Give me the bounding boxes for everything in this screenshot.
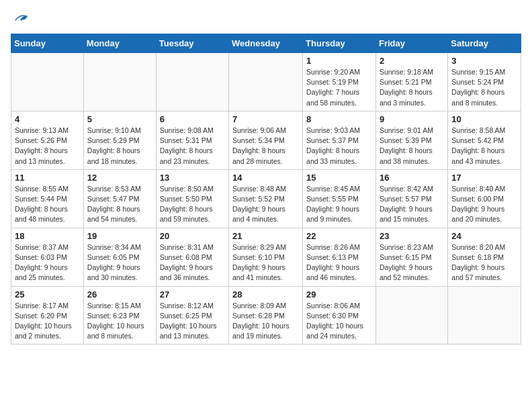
- calendar-cell: [229, 53, 303, 111]
- cell-info-text: Sunrise: 9:01 AM Sunset: 5:39 PM Dayligh…: [380, 126, 444, 167]
- cell-info-text: Sunrise: 9:13 AM Sunset: 5:26 PM Dayligh…: [15, 126, 80, 167]
- cell-date-number: 7: [232, 114, 299, 124]
- calendar-cell: 28Sunrise: 8:09 AM Sunset: 6:28 PM Dayli…: [229, 286, 303, 345]
- cell-info-text: Sunrise: 8:06 AM Sunset: 6:30 PM Dayligh…: [306, 301, 372, 342]
- calendar-cell: 15Sunrise: 8:45 AM Sunset: 5:55 PM Dayli…: [303, 169, 376, 228]
- calendar-cell: 2Sunrise: 9:18 AM Sunset: 5:21 PM Daylig…: [375, 53, 447, 111]
- calendar-cell: 1Sunrise: 9:20 AM Sunset: 5:19 PM Daylig…: [303, 53, 376, 111]
- cell-date-number: 15: [306, 173, 372, 183]
- page-header: [11, 11, 521, 27]
- cell-date-number: 23: [380, 231, 444, 241]
- day-header-wednesday: Wednesday: [229, 34, 303, 53]
- calendar-cell: 7Sunrise: 9:06 AM Sunset: 5:34 PM Daylig…: [229, 111, 303, 169]
- calendar-cell: 5Sunrise: 9:10 AM Sunset: 5:29 PM Daylig…: [83, 111, 156, 169]
- calendar-cell: 12Sunrise: 8:53 AM Sunset: 5:47 PM Dayli…: [83, 169, 156, 228]
- calendar-cell: 18Sunrise: 8:37 AM Sunset: 6:03 PM Dayli…: [11, 228, 84, 286]
- cell-date-number: 18: [15, 231, 80, 241]
- calendar-week-5: 25Sunrise: 8:17 AM Sunset: 6:20 PM Dayli…: [11, 286, 521, 345]
- calendar-cell: 22Sunrise: 8:26 AM Sunset: 6:13 PM Dayli…: [303, 228, 376, 286]
- cell-info-text: Sunrise: 8:53 AM Sunset: 5:47 PM Dayligh…: [87, 184, 152, 225]
- cell-date-number: 25: [15, 289, 80, 300]
- cell-info-text: Sunrise: 8:40 AM Sunset: 6:00 PM Dayligh…: [451, 184, 517, 225]
- calendar-body: 1Sunrise: 9:20 AM Sunset: 5:19 PM Daylig…: [11, 53, 521, 345]
- cell-date-number: 1: [306, 56, 372, 66]
- calendar-cell: [156, 53, 228, 111]
- cell-info-text: Sunrise: 8:58 AM Sunset: 5:42 PM Dayligh…: [451, 126, 517, 167]
- cell-info-text: Sunrise: 8:37 AM Sunset: 6:03 PM Dayligh…: [15, 242, 80, 283]
- calendar-cell: 20Sunrise: 8:31 AM Sunset: 6:08 PM Dayli…: [156, 228, 228, 286]
- calendar-cell: [375, 286, 447, 345]
- cell-date-number: 21: [232, 231, 299, 241]
- cell-date-number: 6: [160, 114, 225, 124]
- cell-info-text: Sunrise: 9:06 AM Sunset: 5:34 PM Dayligh…: [232, 126, 299, 167]
- cell-date-number: 24: [451, 231, 517, 241]
- calendar-header: SundayMondayTuesdayWednesdayThursdayFrid…: [11, 34, 521, 53]
- calendar-cell: 21Sunrise: 8:29 AM Sunset: 6:10 PM Dayli…: [229, 228, 303, 286]
- cell-date-number: 9: [380, 114, 444, 124]
- cell-info-text: Sunrise: 8:42 AM Sunset: 5:57 PM Dayligh…: [380, 184, 444, 225]
- cell-info-text: Sunrise: 8:29 AM Sunset: 6:10 PM Dayligh…: [232, 242, 299, 283]
- calendar-cell: 29Sunrise: 8:06 AM Sunset: 6:30 PM Dayli…: [303, 286, 376, 345]
- calendar-cell: [83, 53, 156, 111]
- calendar-cell: 13Sunrise: 8:50 AM Sunset: 5:50 PM Dayli…: [156, 169, 228, 228]
- cell-info-text: Sunrise: 8:15 AM Sunset: 6:23 PM Dayligh…: [87, 301, 152, 342]
- calendar-cell: 24Sunrise: 8:20 AM Sunset: 6:18 PM Dayli…: [448, 228, 521, 286]
- cell-date-number: 20: [160, 231, 225, 241]
- cell-info-text: Sunrise: 9:10 AM Sunset: 5:29 PM Dayligh…: [87, 126, 152, 167]
- calendar-cell: 17Sunrise: 8:40 AM Sunset: 6:00 PM Dayli…: [448, 169, 521, 228]
- calendar-cell: 11Sunrise: 8:55 AM Sunset: 5:44 PM Dayli…: [11, 169, 84, 228]
- cell-date-number: 3: [451, 56, 517, 66]
- cell-info-text: Sunrise: 8:09 AM Sunset: 6:28 PM Dayligh…: [232, 301, 299, 342]
- calendar-cell: 23Sunrise: 8:23 AM Sunset: 6:15 PM Dayli…: [375, 228, 447, 286]
- calendar-cell: [448, 286, 521, 345]
- cell-date-number: 13: [160, 173, 225, 183]
- cell-info-text: Sunrise: 8:31 AM Sunset: 6:08 PM Dayligh…: [160, 242, 225, 283]
- calendar-cell: 9Sunrise: 9:01 AM Sunset: 5:39 PM Daylig…: [375, 111, 447, 169]
- cell-date-number: 14: [232, 173, 299, 183]
- day-header-thursday: Thursday: [303, 34, 376, 53]
- logo: [11, 11, 28, 27]
- calendar-cell: 6Sunrise: 9:08 AM Sunset: 5:31 PM Daylig…: [156, 111, 228, 169]
- cell-info-text: Sunrise: 8:23 AM Sunset: 6:15 PM Dayligh…: [380, 242, 444, 283]
- day-header-tuesday: Tuesday: [156, 34, 228, 53]
- cell-date-number: 11: [15, 173, 80, 183]
- cell-info-text: Sunrise: 8:34 AM Sunset: 6:05 PM Dayligh…: [87, 242, 152, 283]
- calendar-cell: 4Sunrise: 9:13 AM Sunset: 5:26 PM Daylig…: [11, 111, 84, 169]
- calendar-cell: 27Sunrise: 8:12 AM Sunset: 6:25 PM Dayli…: [156, 286, 228, 345]
- calendar-week-1: 1Sunrise: 9:20 AM Sunset: 5:19 PM Daylig…: [11, 53, 521, 111]
- calendar-cell: 8Sunrise: 9:03 AM Sunset: 5:37 PM Daylig…: [303, 111, 376, 169]
- cell-info-text: Sunrise: 8:55 AM Sunset: 5:44 PM Dayligh…: [15, 184, 80, 225]
- cell-date-number: 19: [87, 231, 152, 241]
- cell-info-text: Sunrise: 9:15 AM Sunset: 5:24 PM Dayligh…: [451, 67, 517, 108]
- cell-info-text: Sunrise: 8:50 AM Sunset: 5:50 PM Dayligh…: [160, 184, 225, 225]
- cell-info-text: Sunrise: 8:12 AM Sunset: 6:25 PM Dayligh…: [160, 301, 225, 342]
- calendar-cell: [11, 53, 84, 111]
- day-header-friday: Friday: [375, 34, 447, 53]
- calendar-cell: 16Sunrise: 8:42 AM Sunset: 5:57 PM Dayli…: [375, 169, 447, 228]
- cell-info-text: Sunrise: 9:18 AM Sunset: 5:21 PM Dayligh…: [380, 67, 444, 108]
- calendar-week-2: 4Sunrise: 9:13 AM Sunset: 5:26 PM Daylig…: [11, 111, 521, 169]
- cell-info-text: Sunrise: 8:20 AM Sunset: 6:18 PM Dayligh…: [451, 242, 517, 283]
- cell-date-number: 8: [306, 114, 372, 124]
- cell-date-number: 10: [451, 114, 517, 124]
- calendar-cell: 10Sunrise: 8:58 AM Sunset: 5:42 PM Dayli…: [448, 111, 521, 169]
- calendar-cell: 3Sunrise: 9:15 AM Sunset: 5:24 PM Daylig…: [448, 53, 521, 111]
- calendar-week-3: 11Sunrise: 8:55 AM Sunset: 5:44 PM Dayli…: [11, 169, 521, 228]
- cell-info-text: Sunrise: 8:26 AM Sunset: 6:13 PM Dayligh…: [306, 242, 372, 283]
- cell-date-number: 17: [451, 173, 517, 183]
- cell-info-text: Sunrise: 8:17 AM Sunset: 6:20 PM Dayligh…: [15, 301, 80, 342]
- calendar-cell: 14Sunrise: 8:48 AM Sunset: 5:52 PM Dayli…: [229, 169, 303, 228]
- calendar-cell: 25Sunrise: 8:17 AM Sunset: 6:20 PM Dayli…: [11, 286, 84, 345]
- day-header-saturday: Saturday: [448, 34, 521, 53]
- calendar-cell: 19Sunrise: 8:34 AM Sunset: 6:05 PM Dayli…: [83, 228, 156, 286]
- cell-info-text: Sunrise: 9:08 AM Sunset: 5:31 PM Dayligh…: [160, 126, 225, 167]
- cell-date-number: 22: [306, 231, 372, 241]
- calendar-cell: 26Sunrise: 8:15 AM Sunset: 6:23 PM Dayli…: [83, 286, 156, 345]
- calendar-table: SundayMondayTuesdayWednesdayThursdayFrid…: [11, 34, 521, 345]
- day-header-sunday: Sunday: [11, 34, 84, 53]
- cell-date-number: 16: [380, 173, 444, 183]
- calendar-week-4: 18Sunrise: 8:37 AM Sunset: 6:03 PM Dayli…: [11, 228, 521, 286]
- day-header-monday: Monday: [83, 34, 156, 53]
- cell-date-number: 12: [87, 173, 152, 183]
- cell-date-number: 28: [232, 289, 299, 300]
